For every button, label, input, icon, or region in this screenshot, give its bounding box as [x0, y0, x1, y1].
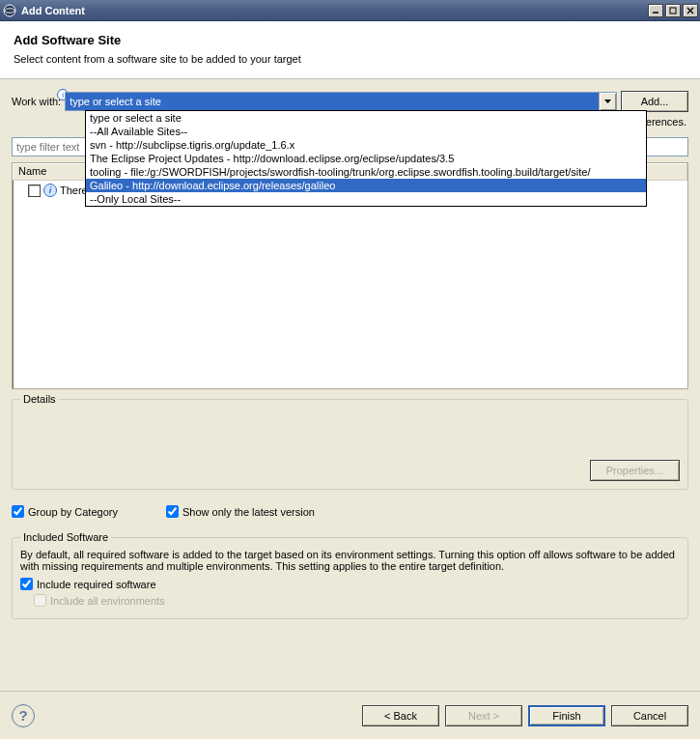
group-by-category-check[interactable]: Group by Category	[12, 505, 118, 518]
wizard-footer: ? < Back Next > Finish Cancel	[0, 691, 700, 739]
details-group: Details Properties...	[12, 399, 688, 490]
add-site-button[interactable]: Add...	[621, 91, 688, 112]
finish-button[interactable]: Finish	[528, 705, 605, 726]
svg-marker-6	[604, 99, 611, 103]
work-with-input[interactable]	[66, 93, 599, 110]
app-icon	[2, 3, 17, 18]
show-latest-check[interactable]: Show only the latest version	[166, 505, 315, 518]
site-dropdown-list[interactable]: type or select a site --All Available Si…	[85, 110, 647, 207]
back-button[interactable]: < Back	[362, 705, 439, 726]
group-by-category-checkbox[interactable]	[12, 505, 24, 518]
show-latest-checkbox[interactable]	[166, 505, 179, 518]
dropdown-option[interactable]: --All Available Sites--	[86, 125, 646, 138]
row-checkbox[interactable]	[28, 185, 41, 197]
page-description: Select content from a software site to b…	[14, 53, 686, 65]
work-with-label: Work with:	[12, 96, 61, 107]
chevron-down-icon	[604, 99, 611, 103]
properties-button: Properties...	[590, 460, 680, 481]
help-icon[interactable]: ?	[12, 704, 35, 727]
wizard-header: Add Software Site Select content from a …	[0, 21, 700, 79]
dropdown-option[interactable]: type or select a site	[86, 111, 646, 125]
work-with-row: Work with: i Add... type or select a sit…	[12, 91, 688, 112]
titlebar: Add Content	[0, 0, 700, 21]
dropdown-option[interactable]: tooling - file:/g:/SWORDFISH/projects/sw…	[86, 165, 646, 179]
include-all-env-checkbox	[34, 594, 46, 607]
include-all-env-check: Include all environments	[34, 594, 680, 607]
close-button[interactable]	[683, 4, 698, 17]
window-title: Add Content	[21, 5, 646, 16]
page-title: Add Software Site	[14, 33, 686, 47]
maximize-button[interactable]	[665, 4, 681, 17]
details-legend: Details	[20, 393, 59, 405]
combo-dropdown-button[interactable]	[599, 93, 616, 110]
included-description: By default, all required software is add…	[20, 549, 680, 572]
minimize-button[interactable]	[648, 4, 663, 17]
included-software-group: Included Software By default, all requir…	[12, 531, 688, 619]
work-with-combo[interactable]	[65, 92, 617, 111]
dropdown-option[interactable]: svn - http://subclipse.tigris.org/update…	[86, 138, 646, 152]
dropdown-option[interactable]: Galileo - http://download.eclipse.org/re…	[86, 179, 646, 192]
include-required-check[interactable]: Include required software	[20, 578, 680, 590]
dropdown-option[interactable]: --Only Local Sites--	[86, 192, 646, 206]
svg-rect-3	[670, 8, 676, 14]
dropdown-option[interactable]: The Eclipse Project Updates - http://dow…	[86, 152, 646, 165]
cancel-button[interactable]: Cancel	[611, 705, 688, 726]
included-legend: Included Software	[20, 531, 111, 543]
info-icon: i	[43, 184, 57, 197]
svg-point-0	[4, 5, 15, 16]
next-button: Next >	[445, 705, 522, 726]
include-required-checkbox[interactable]	[20, 578, 33, 590]
